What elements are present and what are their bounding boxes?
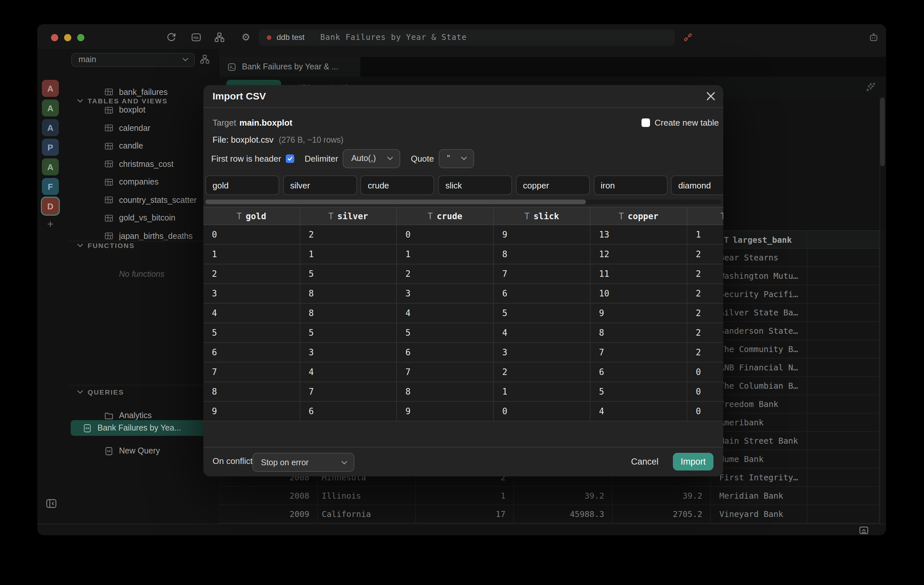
import-button[interactable]: Import xyxy=(673,453,713,471)
preview-cell: 1 xyxy=(203,245,300,264)
cancel-button[interactable]: Cancel xyxy=(627,453,662,471)
sidebar-item-table[interactable]: boxplot xyxy=(69,101,218,119)
first-row-header-label: First row is header xyxy=(211,154,281,163)
preview-cell: 2 xyxy=(687,264,723,283)
sidebar-item-table[interactable]: japan_births_deaths xyxy=(69,227,218,240)
table-icon xyxy=(105,214,113,223)
show-panel-icon[interactable] xyxy=(859,526,869,534)
functions-section-header[interactable]: FUNCTIONS xyxy=(69,240,218,251)
schema-icon[interactable] xyxy=(214,32,225,43)
preview-row: 878150 xyxy=(203,382,723,402)
preview-column-header[interactable]: Tsilver xyxy=(300,207,397,225)
workspace-avatar[interactable]: F xyxy=(42,178,59,195)
results-cell xyxy=(808,322,879,340)
workspace-avatar[interactable]: D xyxy=(42,198,59,215)
vertical-scrollbar[interactable] xyxy=(880,98,884,166)
workspace-avatar[interactable]: A xyxy=(42,99,59,116)
zoom-window-button[interactable] xyxy=(77,34,84,41)
assistant-robot-icon[interactable] xyxy=(868,32,879,43)
column-name-input[interactable] xyxy=(205,175,279,195)
sidebar-item-table[interactable]: calendar xyxy=(69,119,218,137)
preview-cell: 9 xyxy=(591,304,687,322)
results-cell xyxy=(808,395,879,413)
sidebar-item-active-query[interactable]: Bank Failures by Yea... xyxy=(71,420,216,436)
chevron-down-icon xyxy=(182,58,188,61)
column-type-icon: T xyxy=(525,211,530,221)
sidebar-item-table[interactable]: gold_vs_bitcoin xyxy=(69,209,218,227)
collapse-sidebar-icon[interactable] xyxy=(46,499,57,509)
results-row[interactable]: 2008Illinois139.239.2Meridian Bank xyxy=(218,487,879,505)
sql-console-icon[interactable]: SQL xyxy=(191,32,201,43)
create-new-table-checkbox[interactable] xyxy=(642,119,650,127)
workspace-avatar[interactable]: A xyxy=(42,159,59,175)
preview-column-header[interactable]: Tgold xyxy=(203,207,300,225)
modal-title: Import CSV xyxy=(213,90,266,101)
ai-sparkle-icon[interactable] xyxy=(865,81,877,94)
add-workspace-button[interactable]: + xyxy=(42,216,59,233)
create-new-table-option[interactable]: Create new table xyxy=(642,117,719,128)
table-name: boxplot xyxy=(119,106,145,115)
options-row: First row is header Delimiter Auto(,) Qu… xyxy=(211,149,474,168)
column-name-input[interactable] xyxy=(438,175,512,195)
workspace-avatar[interactable]: P xyxy=(42,139,59,156)
column-name-input[interactable] xyxy=(516,175,590,195)
workspace-avatar[interactable]: A xyxy=(42,119,59,136)
sidebar-item-table[interactable]: companies xyxy=(69,173,218,191)
results-cell xyxy=(808,304,879,321)
preview-column-name: silver xyxy=(337,211,368,221)
sidebar-item-table[interactable]: candle xyxy=(69,137,218,155)
connection-pill[interactable]: ddb test Bank Failures by Year & State xyxy=(259,29,675,46)
first-row-header-checkbox[interactable] xyxy=(286,154,294,163)
column-name-input[interactable] xyxy=(283,175,357,195)
close-window-button[interactable] xyxy=(51,34,58,41)
preview-cell: 6 xyxy=(300,402,397,421)
preview-cell: 6 xyxy=(203,343,300,362)
disconnected-plug-icon[interactable] xyxy=(683,32,693,43)
table-icon xyxy=(105,106,113,114)
sidebar-item-table[interactable]: christmas_cost xyxy=(69,155,218,173)
file-meta: (276 B, ~10 rows) xyxy=(279,135,343,144)
horizontal-scrollbar-thumb[interactable] xyxy=(205,200,586,204)
preview-column-header[interactable]: Tiron xyxy=(687,207,723,225)
preview-cell: 8 xyxy=(397,382,494,401)
column-name-input[interactable] xyxy=(594,175,667,195)
preview-header-row: TgoldTsilverTcrudeTslickTcopperTiron xyxy=(203,207,723,225)
preview-cell: 11 xyxy=(591,264,687,283)
column-name-input[interactable] xyxy=(671,175,723,195)
sidebar-item-new-query[interactable]: New Query xyxy=(69,443,218,459)
file-row: File: boxplot.csv (276 B, ~10 rows) xyxy=(213,134,343,145)
conflict-row: On conflict xyxy=(213,455,253,466)
quote-select[interactable]: " xyxy=(439,149,474,168)
preview-row: 2527112 xyxy=(203,264,723,284)
settings-gear-icon[interactable]: ⚙ xyxy=(241,32,251,43)
preview-column-header[interactable]: Tcopper xyxy=(591,207,687,225)
preview-cell: 8 xyxy=(203,382,300,401)
preview-cell: 2 xyxy=(687,304,723,322)
preview-column-header[interactable]: Tslick xyxy=(494,207,591,225)
connection-status-dot xyxy=(267,35,271,40)
results-cell xyxy=(808,285,879,303)
minimize-window-button[interactable] xyxy=(64,34,71,41)
refresh-icon[interactable] xyxy=(166,32,177,43)
sidebar-item-table[interactable]: country_stats_scatter xyxy=(69,191,218,209)
preview-cell: 2 xyxy=(687,284,723,303)
schema-select[interactable]: main xyxy=(71,53,195,66)
queries-section-header[interactable]: QUERIES xyxy=(69,387,218,397)
workspace-avatar[interactable]: A xyxy=(42,80,59,97)
close-icon[interactable] xyxy=(706,91,716,101)
on-conflict-select[interactable]: Stop on error xyxy=(252,453,355,472)
tab-bank-failures[interactable]: Bank Failures by Year & ... xyxy=(219,57,360,76)
sidebar-item-table[interactable]: bank_failures xyxy=(69,83,218,101)
results-cell: Freedom Bank xyxy=(711,395,808,413)
preview-column-header[interactable]: Tcrude xyxy=(397,207,494,225)
chevron-down-icon xyxy=(387,156,393,160)
column-name-input[interactable] xyxy=(361,175,434,195)
preview-row: 747260 xyxy=(203,362,723,382)
schema-tree-icon[interactable] xyxy=(200,54,210,64)
results-row[interactable]: 2009California1745988.32705.2Vineyard Ba… xyxy=(218,505,879,524)
sidebar: main TABLES AND VIEWS bank_failuresboxpl… xyxy=(69,49,218,535)
delimiter-select[interactable]: Auto(,) xyxy=(343,149,400,168)
preview-cell: 2 xyxy=(300,225,397,244)
schema-select-value: main xyxy=(79,55,182,64)
horizontal-scrollbar[interactable] xyxy=(205,200,721,204)
